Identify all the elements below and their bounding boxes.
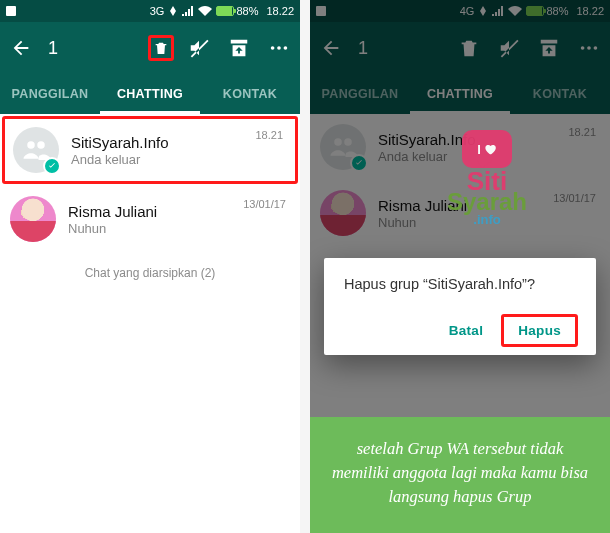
- svg-point-2: [277, 46, 281, 50]
- archived-link[interactable]: Chat yang diarsipkan (2): [0, 252, 300, 294]
- svg-point-3: [284, 46, 288, 50]
- wifi-icon: [198, 6, 212, 16]
- more-horiz-icon: [268, 37, 290, 59]
- mute-button[interactable]: [186, 35, 212, 61]
- mute-icon: [188, 37, 210, 59]
- chat-list: SitiSyarah.Info Anda keluar 18.21 Risma …: [0, 114, 300, 533]
- chat-title: Risma Juliani: [68, 203, 231, 220]
- selected-check: [43, 157, 61, 175]
- archive-icon: [228, 37, 250, 59]
- battery-percent: 88%: [236, 5, 258, 17]
- battery-indicator: 88%: [216, 5, 258, 17]
- clock: 18.22: [266, 5, 294, 17]
- arrow-back-icon: [10, 37, 32, 59]
- tab-bar: PANGGILAN CHATTING KONTAK: [0, 74, 300, 114]
- contact-avatar: [10, 196, 56, 242]
- selection-header: 1: [0, 22, 300, 74]
- trash-icon: [153, 37, 169, 59]
- tab-contacts[interactable]: KONTAK: [200, 74, 300, 114]
- signal-bars-icon: [182, 6, 194, 16]
- chat-subtitle: Anda keluar: [71, 152, 243, 167]
- delete-button[interactable]: [148, 35, 174, 61]
- tab-calls[interactable]: PANGGILAN: [0, 74, 100, 114]
- tab-chats[interactable]: CHATTING: [100, 74, 200, 114]
- phone-left: 3G 88% 18.22 1: [0, 0, 300, 533]
- archive-button[interactable]: [226, 35, 252, 61]
- back-button[interactable]: [8, 35, 34, 61]
- dialog-message: Hapus grup “SitiSyarah.Info”?: [344, 276, 578, 292]
- instruction-caption: setelah Grup WA tersebut tidak memiliki …: [310, 417, 610, 533]
- network-type: 3G: [150, 5, 165, 17]
- chat-row[interactable]: SitiSyarah.Info Anda keluar 18.21: [2, 116, 298, 184]
- chat-time: 18.21: [255, 129, 283, 141]
- cancel-button[interactable]: Batal: [437, 315, 496, 346]
- status-bar: 3G 88% 18.22: [0, 0, 300, 22]
- confirm-dialog: Hapus grup “SitiSyarah.Info”? Batal Hapu…: [324, 258, 596, 355]
- signal-data-icon: [168, 6, 178, 16]
- confirm-delete-button[interactable]: Hapus: [501, 314, 578, 347]
- svg-rect-0: [6, 6, 16, 16]
- chat-time: 13/01/17: [243, 198, 286, 210]
- chat-subtitle: Nuhun: [68, 221, 231, 236]
- chat-title: SitiSyarah.Info: [71, 134, 243, 151]
- group-avatar: [13, 127, 59, 173]
- more-button[interactable]: [266, 35, 292, 61]
- selection-count: 1: [48, 38, 58, 59]
- check-icon: [47, 161, 57, 171]
- svg-point-1: [271, 46, 275, 50]
- chat-row[interactable]: Risma Juliani Nuhun 13/01/17: [0, 186, 300, 252]
- square-icon: [6, 6, 16, 16]
